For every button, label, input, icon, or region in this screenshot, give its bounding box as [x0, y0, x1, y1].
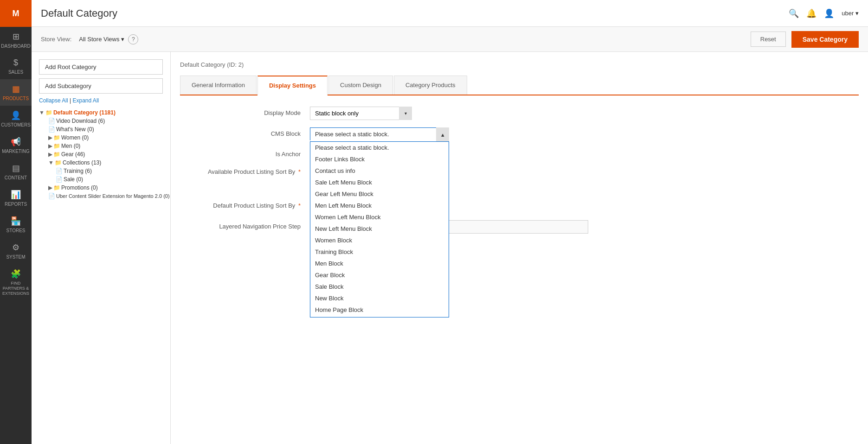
tree-item-whatsnew[interactable]: 📄 What's New (0) [39, 125, 163, 133]
required-mark: * [298, 168, 301, 175]
tree-folder-icon: 📄 [56, 168, 63, 174]
sidebar-item-label: STORES [6, 228, 26, 233]
sidebar-item-label: FIND PARTNERS & EXTENSIONS [2, 281, 30, 296]
notification-icon[interactable]: 🔔 [806, 8, 817, 19]
tree-item-training[interactable]: 📄 Training (6) [39, 167, 163, 175]
cms-option-perf-fab[interactable]: Performance Fabrics Block [310, 316, 449, 317]
tree-folder-icon: 📁 [53, 143, 60, 149]
sidebar-item-label: PRODUCTS [3, 96, 29, 101]
tree-item-men[interactable]: ▶ 📁 Men (0) [39, 142, 163, 150]
display-settings-form: Display Mode Products only Static block … [180, 107, 859, 243]
collapse-all-link[interactable]: Collapse All [39, 97, 68, 104]
cms-option-footer[interactable]: Footer Links Block [310, 153, 449, 165]
sidebar-item-label: CONTENT [5, 175, 27, 180]
cms-option-men-block[interactable]: Men Block [310, 258, 449, 269]
store-bar: Store View: All Store Views ▾ ? Reset Sa… [32, 27, 868, 52]
sidebar-item-label: CUSTOMERS [1, 122, 31, 127]
tab-display[interactable]: Display Settings [257, 76, 328, 95]
display-mode-control: Products only Static block only Static b… [310, 107, 859, 120]
cms-option-women-left[interactable]: Women Left Menu Block [310, 211, 449, 223]
cms-option-training-block[interactable]: Training Block [310, 246, 449, 258]
tree-item-women[interactable]: ▶ 📁 Women (0) [39, 133, 163, 142]
store-view-select[interactable]: All Store Views ▾ [79, 36, 124, 43]
tree-expand-icon: ▼ [48, 159, 54, 166]
tree-item-promotions[interactable]: ▶ 📁 Promotions (0) [39, 184, 163, 192]
sidebar-item-reports[interactable]: 📊 REPORTS [0, 185, 32, 211]
sidebar-item-label: DASHBOARD [1, 44, 30, 49]
cms-option-placeholder[interactable]: Please select a static block. [310, 142, 449, 153]
cms-option-home-page[interactable]: Home Page Block [310, 304, 449, 316]
user-icon[interactable]: 👤 [824, 8, 834, 19]
tree-item-label: Promotions (0) [61, 184, 98, 191]
sidebar-item-dashboard[interactable]: ⊞ DASHBOARD [0, 27, 32, 53]
sidebar-item-label: MARKETING [2, 149, 29, 154]
tree-folder-icon: 📄 [48, 193, 55, 199]
tree-item-uber[interactable]: 📄 Uber Content Slider Extension for Mage… [39, 192, 163, 200]
tree-item-sale[interactable]: 📄 Sale (0) [39, 175, 163, 184]
save-button[interactable]: Save Category [791, 31, 859, 48]
required-mark: * [298, 202, 301, 209]
tree-item-gear[interactable]: ▶ 📁 Gear (46) [39, 150, 163, 159]
tree-item-label: Gear (46) [61, 151, 85, 158]
sidebar-item-system[interactable]: ⚙ SYSTEM [0, 238, 32, 264]
cms-block-dropdown: Please select a static block. Footer Lin… [310, 141, 449, 317]
sidebar-item-stores[interactable]: 🏪 STORES [0, 211, 32, 238]
tree-item-label: Video Download (6) [56, 118, 105, 124]
tree-expand-icon: ▶ [48, 151, 52, 158]
reset-button[interactable]: Reset [751, 32, 786, 47]
marketing-icon: 📢 [11, 137, 21, 147]
store-view-value: All Store Views [79, 36, 119, 43]
tab-products[interactable]: Category Products [394, 76, 467, 95]
sidebar-item-content[interactable]: ▤ CONTENT [0, 159, 32, 185]
sidebar-item-customers[interactable]: 👤 CUSTOMERS [0, 106, 32, 132]
cms-option-sale-left[interactable]: Sale Left Menu Block [310, 177, 449, 188]
cms-option-contact[interactable]: Contact us info [310, 165, 449, 177]
cms-block-arrow-icon: ▴ [436, 127, 449, 141]
cms-block-trigger[interactable]: Please select a static block. ▴ [310, 127, 449, 140]
category-id-label: Default Category (ID: 2) [180, 61, 859, 68]
tree-expand-icon: ▼ [39, 109, 45, 116]
user-label[interactable]: uber ▾ [842, 10, 859, 17]
help-icon[interactable]: ? [128, 34, 138, 44]
tree-expand-icon: ▶ [48, 134, 52, 141]
cms-option-men-left[interactable]: Men Left Menu Block [310, 200, 449, 211]
cms-block-dropdown-wrapper: Please select a static block. ▴ Please s… [310, 127, 449, 140]
tree-item-collections[interactable]: ▼ 📁 Collections (13) [39, 159, 163, 167]
expand-all-link[interactable]: Expand All [73, 97, 99, 104]
tree-item-label: Default Category (1181) [53, 109, 116, 116]
tab-general[interactable]: General Information [180, 76, 257, 95]
tree-item-label: Uber Content Slider Extension for Magent… [56, 193, 170, 199]
cms-option-gear-block[interactable]: Gear Block [310, 269, 449, 281]
extensions-icon: 🧩 [11, 269, 21, 279]
sidebar-item-marketing[interactable]: 📢 MARKETING [0, 132, 32, 159]
display-mode-select[interactable]: Products only Static block only Static b… [310, 107, 412, 120]
display-mode-label: Display Mode [180, 107, 310, 116]
sales-icon: $ [13, 58, 18, 68]
sidebar-item-extensions[interactable]: 🧩 FIND PARTNERS & EXTENSIONS [0, 264, 32, 300]
sidebar-item-label: SALES [8, 70, 23, 75]
tree-item-video[interactable]: 📄 Video Download (6) [39, 117, 163, 125]
tree-item-label: Collections (13) [63, 159, 101, 166]
display-mode-row: Display Mode Products only Static block … [180, 107, 859, 120]
add-subcategory-button[interactable]: Add Subcategory [39, 78, 163, 94]
search-icon[interactable]: 🔍 [789, 8, 799, 19]
cms-option-new-left[interactable]: New Left Menu Block [310, 223, 449, 235]
customers-icon: 👤 [11, 110, 21, 121]
tree-expand-icon: ▶ [48, 184, 52, 191]
tree-folder-icon: 📄 [56, 176, 63, 183]
cms-option-sale-block[interactable]: Sale Block [310, 281, 449, 292]
left-panel: Add Root Category Add Subcategory Collap… [32, 52, 171, 444]
tab-custom[interactable]: Custom Design [328, 76, 393, 95]
add-root-category-button[interactable]: Add Root Category [39, 59, 163, 75]
topbar: Default Category 🔍 🔔 👤 uber ▾ [32, 0, 868, 27]
is-anchor-row: Is Anchor [180, 148, 859, 158]
cms-option-women-block[interactable]: Women Block [310, 235, 449, 246]
cms-block-label: CMS Block [180, 127, 310, 137]
tree-item-root[interactable]: ▼ 📁 Default Category (1181) [39, 108, 163, 117]
tree-item-label: Men (0) [61, 143, 80, 149]
sidebar-item-products[interactable]: ▦ PRODUCTS [0, 79, 32, 106]
sidebar-item-sales[interactable]: $ SALES [0, 53, 32, 79]
cms-option-gear-left[interactable]: Gear Left Menu Block [310, 188, 449, 200]
cms-option-new-block[interactable]: New Block [310, 292, 449, 304]
available-sort-by-row: Available Product Listing Sort By * Posi… [180, 165, 859, 192]
